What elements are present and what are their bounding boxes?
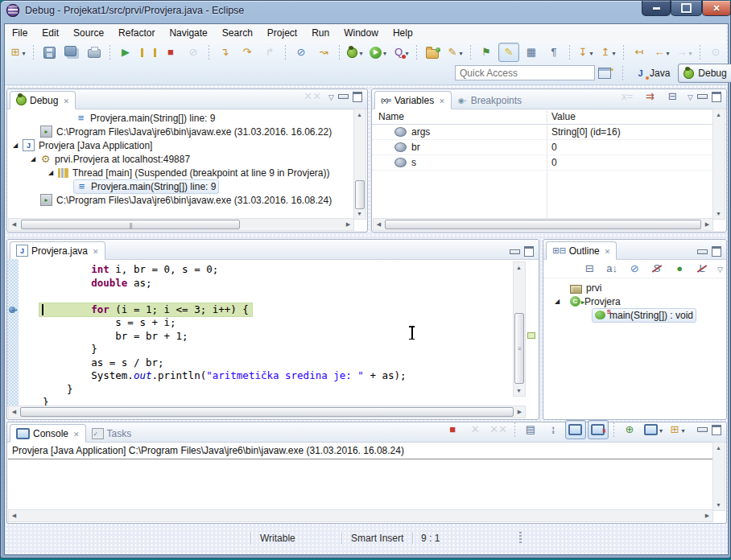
code-line[interactable]: as = s / br; bbox=[43, 356, 511, 370]
pin-console-button[interactable]: ⊕ bbox=[619, 420, 640, 439]
menu-window[interactable]: Window bbox=[337, 24, 386, 41]
code-line[interactable]: double as; bbox=[43, 277, 511, 290]
hide-non-public-button[interactable]: ● bbox=[669, 259, 690, 278]
minimize-view-button[interactable] bbox=[510, 249, 520, 254]
scrollbar-thumb[interactable] bbox=[385, 220, 701, 229]
maximize-view-button[interactable] bbox=[712, 425, 721, 435]
code-line[interactable]: br = br + 1; bbox=[43, 330, 511, 344]
dropdown-arrow-icon[interactable] bbox=[688, 47, 692, 58]
highlight-button[interactable]: ✎ bbox=[444, 43, 465, 62]
run-button[interactable] bbox=[367, 43, 389, 62]
console-horizontal-scrollbar[interactable]: ◀▶ bbox=[8, 509, 713, 522]
column-value[interactable]: Value bbox=[547, 111, 576, 122]
code-line[interactable]: int i, br = 0, s = 0; bbox=[43, 263, 511, 277]
scrollbar-thumb[interactable] bbox=[20, 407, 514, 417]
debug-horizontal-scrollbar[interactable]: ◀▶ ||| bbox=[8, 218, 354, 231]
menu-file[interactable]: File bbox=[5, 24, 35, 41]
dropdown-arrow-icon[interactable] bbox=[589, 47, 593, 58]
perspective-java-button[interactable]: J Java bbox=[630, 64, 675, 83]
display-selected-console-button[interactable] bbox=[642, 420, 665, 439]
hide-fields-button[interactable]: ⊘ bbox=[624, 259, 645, 278]
tab-console[interactable]: Console bbox=[10, 424, 86, 443]
view-menu-icon[interactable] bbox=[717, 263, 723, 274]
hide-static-button[interactable]: S bbox=[646, 259, 667, 278]
sort-button[interactable]: a↓ bbox=[601, 259, 622, 278]
dropdown-arrow-icon[interactable] bbox=[611, 47, 616, 58]
open-task-button[interactable] bbox=[422, 43, 443, 62]
tab-tasks[interactable]: Tasks bbox=[86, 425, 138, 442]
tree-row[interactable]: ⚙prvi.Provjera at localhost:49887 bbox=[7, 152, 367, 166]
tree-row[interactable]: ▸C:\Program Files\Java\jre6\bin\javaw.ex… bbox=[7, 193, 367, 207]
menu-refactor[interactable]: Refactor bbox=[111, 24, 162, 41]
tab-provjera-java[interactable]: J Provjera.java bbox=[10, 241, 105, 260]
occurrence-annotation-marker[interactable] bbox=[527, 332, 535, 339]
tab-debug[interactable]: Debug bbox=[10, 91, 76, 109]
close-window-button[interactable] bbox=[702, 1, 731, 16]
last-edit-location-button[interactable]: ↤ bbox=[629, 43, 650, 62]
menu-edit[interactable]: Edit bbox=[35, 24, 66, 41]
save-button[interactable] bbox=[39, 43, 60, 62]
tree-row[interactable]: Smain(String[]) : void bbox=[543, 308, 726, 322]
console-vertical-scrollbar[interactable]: ▲▼ bbox=[712, 442, 725, 511]
view-menu-icon[interactable] bbox=[328, 91, 334, 102]
previous-annotation-button[interactable]: ↥ bbox=[597, 43, 618, 62]
editor-horizontal-scrollbar[interactable]: ◀▶ bbox=[8, 406, 526, 418]
variable-row[interactable]: s0 bbox=[372, 155, 726, 171]
show-stdout-button[interactable] bbox=[565, 420, 586, 439]
next-annotation-button[interactable]: ↧ bbox=[575, 43, 596, 62]
breakpoint-ruler[interactable] bbox=[7, 259, 19, 406]
open-perspective-button[interactable] bbox=[594, 64, 615, 83]
close-tab-icon[interactable] bbox=[61, 95, 69, 106]
maximize-view-button[interactable] bbox=[712, 92, 721, 102]
dropdown-arrow-icon[interactable] bbox=[458, 47, 463, 58]
resume-button[interactable]: ▶ bbox=[115, 43, 136, 62]
clear-console-button[interactable]: ▤ bbox=[520, 420, 541, 439]
variables-vertical-scrollbar[interactable]: ▲▼ bbox=[712, 109, 725, 220]
coverage-button[interactable]: ⚑ bbox=[476, 43, 497, 62]
scrollbar-thumb[interactable]: ≡ bbox=[514, 313, 524, 384]
tab-breakpoints[interactable]: ◉◦ Breakpoints bbox=[452, 92, 527, 109]
mark-occurrences-button[interactable]: ✎ bbox=[498, 43, 519, 62]
menu-run[interactable]: Run bbox=[304, 24, 337, 41]
show-whitespace-button[interactable]: ¶ bbox=[543, 43, 564, 62]
tree-row[interactable]: ≡Provjera.main(String[]) line: 9 bbox=[7, 179, 367, 193]
menu-help[interactable]: Help bbox=[386, 24, 420, 41]
debug-button[interactable] bbox=[345, 43, 366, 62]
collapse-all-button[interactable]: ⊟ bbox=[579, 259, 600, 278]
code-line[interactable]: s = s + i; bbox=[43, 316, 511, 330]
minimize-window-button[interactable] bbox=[642, 1, 671, 16]
maximize-window-button[interactable] bbox=[671, 1, 702, 16]
tree-row[interactable]: JProvjera [Java Application] bbox=[7, 138, 367, 152]
expander-icon[interactable] bbox=[547, 298, 568, 305]
minimize-view-button[interactable] bbox=[697, 427, 708, 432]
maximize-view-button[interactable] bbox=[524, 246, 534, 257]
debug-vertical-scrollbar[interactable]: ▲▼ bbox=[353, 109, 366, 220]
collapse-all-button[interactable]: ⊟ bbox=[662, 87, 683, 106]
tree-row[interactable]: CProvjera bbox=[543, 294, 726, 308]
console-output[interactable]: Provjera [Java Application] C:\Program F… bbox=[7, 442, 713, 510]
hide-local-types-button[interactable]: L bbox=[692, 259, 712, 278]
block-selection-button[interactable]: ▦ bbox=[521, 43, 542, 62]
expander-icon[interactable] bbox=[46, 169, 56, 176]
code-line[interactable] bbox=[43, 290, 511, 303]
variable-row[interactable]: br0 bbox=[372, 140, 726, 155]
dropdown-arrow-icon[interactable] bbox=[357, 47, 362, 58]
expander-icon[interactable] bbox=[28, 155, 38, 163]
maximize-view-button[interactable] bbox=[353, 92, 362, 102]
column-name[interactable]: Name bbox=[372, 111, 547, 122]
code-line[interactable]: } bbox=[43, 383, 511, 397]
scrollbar-thumb[interactable] bbox=[355, 180, 365, 209]
code-line-current[interactable]: for (i = 1; i <= 3; i++) { bbox=[43, 303, 511, 317]
minimize-view-button[interactable] bbox=[697, 94, 708, 99]
tree-row[interactable]: Thread [main] (Suspended (breakpoint at … bbox=[7, 166, 367, 179]
menu-project[interactable]: Project bbox=[260, 24, 304, 41]
dropdown-arrow-icon[interactable] bbox=[382, 47, 386, 58]
tree-row[interactable]: ≡Provjera.main(String[]) line: 9 bbox=[7, 111, 367, 125]
step-into-button[interactable]: ↴ bbox=[214, 43, 235, 62]
dropdown-arrow-icon[interactable] bbox=[658, 424, 663, 435]
maximize-view-button[interactable] bbox=[712, 246, 721, 257]
view-menu-icon[interactable] bbox=[688, 91, 693, 102]
terminate-button[interactable]: ■ bbox=[160, 43, 181, 62]
menu-navigate[interactable]: Navigate bbox=[162, 24, 214, 41]
close-tab-icon[interactable] bbox=[72, 428, 80, 439]
